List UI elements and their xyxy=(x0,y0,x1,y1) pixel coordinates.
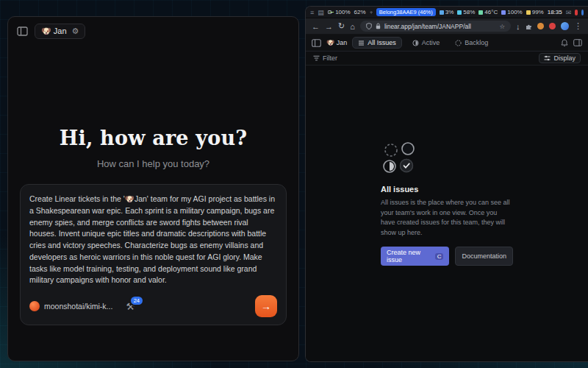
empty-state-description: All issues is the place where you can se… xyxy=(381,198,513,238)
tab-backlog[interactable]: Backlog xyxy=(450,38,493,48)
tools-button[interactable]: ⚒ 24 xyxy=(126,301,135,312)
extension-icon-orange[interactable] xyxy=(537,23,544,29)
greeting-subtitle: How can I help you today? xyxy=(8,158,298,169)
tray-app-icon[interactable] xyxy=(581,10,584,15)
system-status-bar: ≡ ▤ 100% 62% Belong38AAE9 (46%) 3% 58% 4… xyxy=(306,7,588,18)
forward-button[interactable]: → xyxy=(325,22,333,31)
active-status-icon xyxy=(412,40,419,46)
volume-percent: 62% xyxy=(354,9,366,15)
shield-icon xyxy=(366,23,372,29)
chat-composer[interactable]: Create Linear tickets in the '🐶Jan' team… xyxy=(20,184,287,325)
todo-circle-icon xyxy=(402,143,414,155)
chat-hero: Hi, how are you? How can I help you toda… xyxy=(8,127,298,169)
reload-button[interactable]: ↻ xyxy=(338,21,345,31)
documentation-button[interactable]: Documentation xyxy=(455,247,513,266)
backlog-circle-icon xyxy=(385,144,397,156)
gear-icon[interactable]: ⚙ xyxy=(72,26,79,36)
extension-icon-red[interactable] xyxy=(549,23,556,29)
cpu-icon xyxy=(440,10,444,15)
battery-percent: 100% xyxy=(335,9,350,15)
menu-icon[interactable]: ≡ xyxy=(310,9,314,16)
model-selector[interactable]: moonshotai/kimi-k... xyxy=(29,301,112,311)
empty-state: All issues All issues is the place where… xyxy=(381,142,513,266)
url-text: linear.app/jan/team/JANAPP/all xyxy=(384,23,496,30)
send-button[interactable]: → xyxy=(255,295,277,317)
browser-window: ≡ ▤ 100% 62% Belong38AAE9 (46%) 3% 58% 4… xyxy=(305,6,588,362)
wifi-icon xyxy=(370,10,373,15)
greeting-heading: Hi, how are you? xyxy=(8,127,298,149)
recorder-icon[interactable] xyxy=(575,10,577,15)
sidebar-toggle-icon[interactable] xyxy=(17,26,28,36)
battery2-icon xyxy=(526,10,531,15)
chat-input[interactable]: Create Linear tickets in the '🐶Jan' team… xyxy=(29,194,277,286)
browser-menu-icon[interactable]: ⋮ xyxy=(574,21,582,31)
team-breadcrumb[interactable]: 🐶 Jan xyxy=(326,39,347,46)
empty-state-actions: Create new issue C Documentation xyxy=(381,247,513,266)
all-issues-icon xyxy=(358,40,365,46)
downloads-icon[interactable]: ↓ xyxy=(516,22,520,31)
composer-footer: moonshotai/kimi-k... ⚒ 24 → xyxy=(29,295,277,317)
tab-all-issues[interactable]: All Issues xyxy=(352,37,402,49)
team-label: 🐶 Jan xyxy=(326,39,347,46)
disk-icon xyxy=(501,10,506,15)
extensions-puzzle-icon[interactable] xyxy=(526,23,533,30)
display-sliders-icon xyxy=(544,55,551,61)
temperature-icon xyxy=(478,10,483,15)
chat-window: 🐶 Jan ⚙ Hi, how are you? How can I help … xyxy=(7,16,299,361)
cpu-metric: 3% xyxy=(440,9,454,15)
profile-avatar[interactable] xyxy=(561,22,569,30)
filter-icon xyxy=(313,55,320,61)
address-bar[interactable]: linear.app/jan/team/JANAPP/all ☆ xyxy=(360,21,511,32)
memory-icon xyxy=(457,10,462,15)
workspace-selector[interactable]: 🐶 Jan ⚙ xyxy=(35,24,85,39)
battery2-metric: 99% xyxy=(526,9,544,15)
lock-icon xyxy=(376,23,381,29)
filter-bar: Filter Display xyxy=(306,52,588,66)
memory-metric: 58% xyxy=(457,9,475,15)
side-panel-icon[interactable] xyxy=(573,39,582,46)
filter-button[interactable]: Filter xyxy=(313,54,337,62)
browser-toolbar: ← → ↻ ⌂ linear.app/jan/team/JANAPP/all ☆… xyxy=(306,18,588,35)
model-name: moonshotai/kimi-k... xyxy=(44,302,112,311)
create-new-issue-button[interactable]: Create new issue C xyxy=(381,247,449,266)
issue-status-circles-graphic xyxy=(381,142,428,176)
empty-state-title: All issues xyxy=(381,185,513,194)
display-button[interactable]: Display xyxy=(539,53,581,63)
tools-count-badge: 24 xyxy=(129,295,144,307)
back-button[interactable]: ← xyxy=(312,22,320,31)
network-badge[interactable]: Belong38AAE9 (46%) xyxy=(376,8,436,16)
bookmark-star-icon[interactable]: ☆ xyxy=(499,23,505,30)
workspaces-icon[interactable]: ▤ xyxy=(318,9,324,16)
linear-sidebar-toggle-icon[interactable] xyxy=(312,39,321,47)
shortcut-key-badge: C xyxy=(435,253,444,260)
mail-icon[interactable]: ✉ xyxy=(566,9,572,16)
model-provider-icon xyxy=(29,301,40,311)
tab-active[interactable]: Active xyxy=(407,38,445,48)
send-arrow-icon: → xyxy=(261,300,271,312)
linear-header: 🐶 Jan All Issues Active Backlog xyxy=(306,35,588,52)
temperature-metric: 46°C xyxy=(478,9,498,15)
home-button[interactable]: ⌂ xyxy=(350,22,355,31)
workspace-label: 🐶 Jan xyxy=(41,26,67,36)
battery-icon xyxy=(328,10,331,14)
clock: 18:35 xyxy=(548,9,562,15)
backlog-status-icon xyxy=(455,40,462,46)
chat-header: 🐶 Jan ⚙ xyxy=(8,17,298,46)
disk-metric: 100% xyxy=(501,9,522,15)
issues-list-area: All issues All issues is the place where… xyxy=(306,66,588,361)
notifications-bell-icon[interactable] xyxy=(561,39,568,47)
